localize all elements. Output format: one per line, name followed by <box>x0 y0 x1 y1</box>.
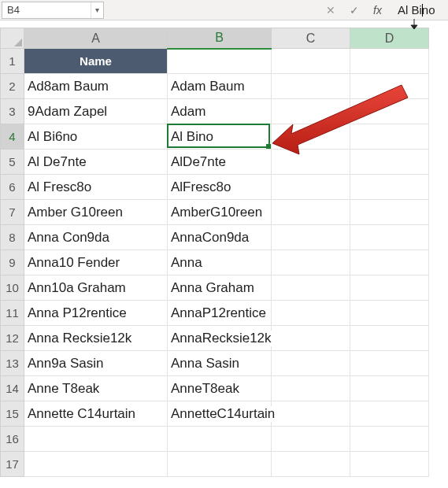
cell-A9[interactable]: Anna10 Fender <box>24 250 168 275</box>
row-header-5[interactable]: 5 <box>1 150 24 175</box>
row-header-14[interactable]: 14 <box>1 376 24 401</box>
cell-C1[interactable] <box>272 49 350 74</box>
cell-A12[interactable]: Anna Recksie12k <box>24 326 168 351</box>
cell-A4[interactable]: Al Bi6no <box>24 124 168 150</box>
row-header-1[interactable]: 1 <box>1 49 24 74</box>
cell-B2[interactable]: Adam Baum <box>168 74 272 99</box>
cell-B5[interactable]: AlDe7nte <box>168 150 272 175</box>
cell-A17[interactable] <box>24 452 168 477</box>
cell-D7[interactable] <box>350 200 429 225</box>
cell-B16[interactable] <box>168 427 272 452</box>
cell-C6[interactable] <box>272 175 350 200</box>
cell-C10[interactable] <box>272 275 350 301</box>
row-header-7[interactable]: 7 <box>1 200 24 225</box>
cell-C7[interactable] <box>272 200 350 225</box>
cell-D12[interactable] <box>350 326 429 351</box>
cell-A14[interactable]: Anne T8eak <box>24 376 168 401</box>
row-header-11[interactable]: 11 <box>1 301 24 326</box>
cell-B3[interactable]: Adam <box>168 99 272 124</box>
cell-A11[interactable]: Anna P12rentice <box>24 301 168 326</box>
cell-A7[interactable]: Amber G10reen <box>24 200 168 225</box>
row-header-15[interactable]: 15 <box>1 401 24 427</box>
row-header-12[interactable]: 12 <box>1 326 24 351</box>
cell-B12[interactable]: AnnaRecksie12k <box>168 326 272 351</box>
cell-B14[interactable]: AnneT8eak <box>168 376 272 401</box>
cell-D9[interactable] <box>350 250 429 275</box>
row-header-13[interactable]: 13 <box>1 351 24 376</box>
cell-D14[interactable] <box>350 376 429 401</box>
formula-text-after: no <box>422 3 435 17</box>
cell-D15[interactable] <box>350 401 429 427</box>
cell-B4[interactable]: Al Bino <box>168 124 272 150</box>
select-all-corner[interactable] <box>1 28 24 49</box>
cell-C17[interactable] <box>272 452 350 477</box>
cell-A6[interactable]: Al Fresc8o <box>24 175 168 200</box>
row-header-16[interactable]: 16 <box>1 427 24 452</box>
column-header-B[interactable]: B <box>168 28 272 49</box>
row-header-2[interactable]: 2 <box>1 74 24 99</box>
cell-B10[interactable]: Anna Graham <box>168 275 272 301</box>
row-header-17[interactable]: 17 <box>1 452 24 477</box>
cell-A2[interactable]: Ad8am Baum <box>24 74 168 99</box>
cell-D1[interactable] <box>350 49 429 74</box>
cell-C11[interactable] <box>272 301 350 326</box>
cell-C15[interactable] <box>272 401 350 427</box>
text-caret <box>422 4 423 17</box>
cell-D11[interactable] <box>350 301 429 326</box>
formula-text-before: Al Bi <box>398 3 422 17</box>
cell-D8[interactable] <box>350 225 429 250</box>
row-header-6[interactable]: 6 <box>1 175 24 200</box>
cell-C12[interactable] <box>272 326 350 351</box>
cell-A3[interactable]: 9Adam Zapel <box>24 99 168 124</box>
cell-A15[interactable]: Annette C14urtain <box>24 401 168 427</box>
row-header-3[interactable]: 3 <box>1 99 24 124</box>
cell-C13[interactable] <box>272 351 350 376</box>
cell-A5[interactable]: Al De7nte <box>24 150 168 175</box>
cell-C9[interactable] <box>272 250 350 275</box>
cell-B1[interactable] <box>168 49 272 74</box>
cell-A10[interactable]: Ann10a Graham <box>24 275 168 301</box>
cell-D17[interactable] <box>350 452 429 477</box>
row-header-4[interactable]: 4 <box>1 124 24 150</box>
cell-C14[interactable] <box>272 376 350 401</box>
cell-B11[interactable]: AnnaP12rentice <box>168 301 272 326</box>
svg-marker-0 <box>272 85 408 154</box>
cell-D13[interactable] <box>350 351 429 376</box>
column-header-C[interactable]: C <box>272 28 350 49</box>
row-header-9[interactable]: 9 <box>1 250 24 275</box>
formula-bar-input[interactable]: Al Bino <box>398 3 445 17</box>
cell-B17[interactable] <box>168 452 272 477</box>
cell-B7[interactable]: AmberG10reen <box>168 200 272 225</box>
formula-bar-controls: ✕ ✓ fx Al Bino <box>324 3 448 17</box>
cell-C16[interactable] <box>272 427 350 452</box>
cell-B8[interactable]: AnnaCon9da <box>168 225 272 250</box>
cell-D10[interactable] <box>350 275 429 301</box>
name-box-dropdown-icon[interactable]: ▾ <box>91 2 103 18</box>
cell-B9[interactable]: Anna <box>168 250 272 275</box>
column-header-A[interactable]: A <box>24 28 168 49</box>
name-box[interactable]: B4 ▾ <box>2 2 104 19</box>
cell-D6[interactable] <box>350 175 429 200</box>
fx-icon[interactable]: fx <box>373 4 382 17</box>
annotation-arrow-icon <box>266 79 424 173</box>
cell-C8[interactable] <box>272 225 350 250</box>
formula-bar-row: B4 ▾ ✕ ✓ fx Al Bino <box>0 0 448 20</box>
row-header-10[interactable]: 10 <box>1 275 24 301</box>
cell-A13[interactable]: Ann9a Sasin <box>24 351 168 376</box>
cell-D16[interactable] <box>350 427 429 452</box>
cancel-icon[interactable]: ✕ <box>324 4 337 17</box>
column-resize-indicator-icon[interactable] <box>409 19 419 30</box>
cell-A16[interactable] <box>24 427 168 452</box>
row-header-8[interactable]: 8 <box>1 225 24 250</box>
cell-A1[interactable]: Name <box>24 49 168 74</box>
cell-B6[interactable]: AlFresc8o <box>168 175 272 200</box>
name-box-value: B4 <box>2 4 91 16</box>
cell-A8[interactable]: Anna Con9da <box>24 225 168 250</box>
cell-B13[interactable]: Anna Sasin <box>168 351 272 376</box>
column-header-D[interactable]: D <box>350 28 429 49</box>
cell-B15[interactable]: AnnetteC14urtain <box>168 401 272 427</box>
enter-icon[interactable]: ✓ <box>348 4 361 17</box>
